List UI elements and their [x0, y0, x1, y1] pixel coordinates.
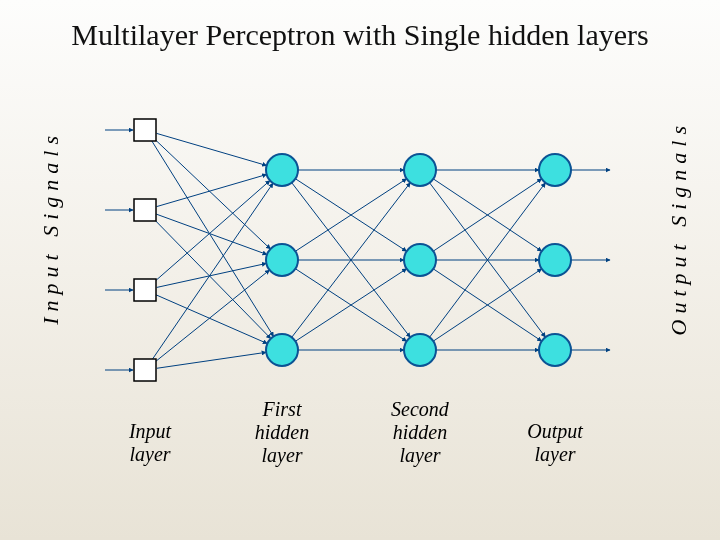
neuron-node — [404, 334, 436, 366]
input-node — [134, 279, 156, 301]
svg-line-9 — [153, 219, 270, 339]
label-text: hidden — [255, 421, 309, 443]
neuron-node — [539, 244, 571, 276]
input-node — [134, 359, 156, 381]
label-text: Input — [129, 420, 171, 442]
neuron-node — [539, 154, 571, 186]
input-node — [134, 119, 156, 141]
svg-line-4 — [157, 133, 267, 165]
label-text: hidden — [393, 421, 447, 443]
page-title: Multilayer Perceptron with Single hidden… — [0, 18, 720, 52]
svg-line-5 — [154, 138, 271, 249]
svg-line-6 — [151, 140, 273, 336]
neuron-node — [266, 244, 298, 276]
svg-line-7 — [157, 174, 267, 206]
svg-line-13 — [152, 183, 273, 360]
label-text: layer — [534, 443, 575, 465]
input-node — [134, 199, 156, 221]
neuron-node — [539, 334, 571, 366]
input-layer-label: Input layer — [100, 420, 200, 466]
label-text: layer — [261, 444, 302, 466]
label-text: Second — [391, 398, 449, 420]
neuron-node — [266, 334, 298, 366]
svg-line-15 — [157, 352, 266, 368]
svg-line-11 — [157, 263, 267, 287]
label-text: layer — [129, 443, 170, 465]
label-text: layer — [399, 444, 440, 466]
output-signals-label: Output Signals — [666, 120, 692, 335]
label-text: First — [263, 398, 302, 420]
neuron-node — [404, 244, 436, 276]
svg-line-8 — [156, 214, 267, 254]
neuron-node — [266, 154, 298, 186]
svg-line-12 — [156, 295, 267, 344]
hidden2-layer-label: Second hidden layer — [370, 398, 470, 467]
mlp-diagram — [60, 100, 660, 430]
output-layer-label: Output layer — [505, 420, 605, 466]
label-text: Output — [527, 420, 583, 442]
neuron-node — [404, 154, 436, 186]
hidden1-layer-label: First hidden layer — [232, 398, 332, 467]
